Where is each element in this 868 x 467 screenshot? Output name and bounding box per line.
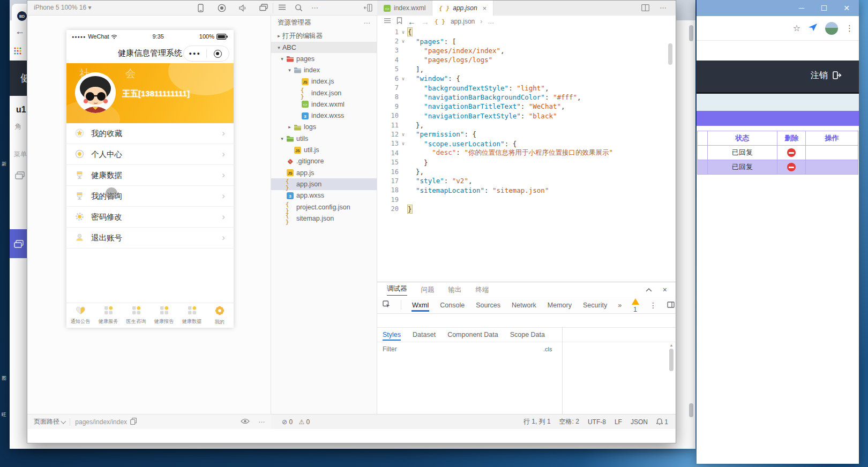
sidebar-tab-styles[interactable]: Styles — [383, 329, 401, 341]
outline-list-icon[interactable] — [278, 4, 287, 12]
inspector-tab-memory[interactable]: Memory — [547, 302, 572, 309]
multi-window-icon[interactable] — [259, 4, 268, 12]
debugger-tab-item[interactable]: 终端 — [476, 285, 489, 295]
tab-index-wxml[interactable]: <> index.wxml — [377, 1, 432, 16]
fold-region-icon[interactable]: ∨ — [399, 141, 408, 146]
back-arrow-icon[interactable]: ← — [15, 26, 25, 37]
breadcrumb-more[interactable]: … — [488, 18, 494, 25]
collapse-panel-icon[interactable] — [646, 286, 652, 293]
visibility-icon[interactable] — [241, 418, 250, 426]
encoding[interactable]: UTF-8 — [588, 418, 606, 426]
logout-link[interactable]: 注销 — [811, 70, 828, 81]
copy-path-icon[interactable] — [130, 418, 137, 426]
search-icon[interactable] — [295, 4, 303, 12]
gutter-menu-icon[interactable] — [384, 18, 391, 25]
browser-extension-icon[interactable] — [808, 23, 818, 33]
close-button[interactable]: ✕ — [837, 0, 856, 16]
bookmark-icon[interactable] — [396, 17, 402, 26]
debugger-tab-item[interactable]: 输出 — [448, 285, 462, 295]
dock-side-icon[interactable] — [667, 302, 679, 310]
fold-region-icon[interactable]: ∨ — [399, 39, 408, 44]
menu-item[interactable]: 密码修改› — [66, 207, 234, 228]
delete-cell[interactable] — [777, 146, 806, 160]
file-tree-item[interactable]: 3index.wxss — [271, 110, 377, 121]
breadcrumb-file[interactable]: app.json — [451, 18, 475, 25]
file-tree-item[interactable]: JSindex.js — [271, 76, 377, 87]
file-tree-item[interactable]: ▸logs — [271, 122, 377, 133]
overflow-tabs-icon[interactable]: » — [618, 302, 622, 309]
filter-input[interactable] — [381, 345, 539, 353]
more-menu-button[interactable]: ●●● — [184, 51, 206, 56]
tabbar-item-inactive[interactable]: 健康报告 — [150, 303, 178, 328]
open-editors-section[interactable]: ▸ 打开的编辑器 — [271, 30, 377, 42]
styles-scrollbar[interactable]: ▲ ▼ — [669, 343, 674, 425]
file-tree-item[interactable]: <>index.wxml — [271, 99, 377, 110]
nav-back-icon[interactable]: ← — [408, 17, 416, 26]
cls-toggle-button[interactable]: .cls — [543, 346, 552, 352]
file-tree-item[interactable]: JSapp.js — [271, 167, 377, 178]
logout-icon[interactable] — [833, 71, 842, 81]
table-header-0[interactable]: 状态 — [707, 131, 777, 146]
file-tree-item[interactable]: { }sitemap.json — [271, 213, 377, 224]
file-tree-item[interactable]: JSutil.js — [271, 144, 377, 155]
fold-region-icon[interactable]: ∨ — [399, 76, 408, 81]
menu-item[interactable]: 我的收藏› — [66, 123, 234, 144]
delete-icon[interactable] — [787, 163, 796, 171]
maximize-button[interactable]: ☐ — [815, 0, 833, 16]
problems-indicator[interactable]: ⊘ 0 ⚠ 0 — [271, 418, 310, 426]
collapse-sidebar-icon[interactable] — [364, 4, 372, 12]
warning-counter[interactable]: 1 — [632, 298, 639, 313]
file-tree-item[interactable]: .gitignore — [271, 156, 377, 167]
file-tree-item[interactable]: ▾index — [271, 64, 377, 76]
menu-item[interactable]: 个人中心› — [66, 144, 234, 165]
sidebar-tab-component-data[interactable]: Component Data — [447, 331, 498, 338]
table-header-1[interactable]: 删除 — [777, 131, 806, 146]
delete-icon[interactable] — [787, 148, 796, 157]
table-header-2[interactable]: 操作 — [805, 131, 858, 146]
editor-scrollbar-thumb[interactable] — [668, 43, 672, 65]
split-editor-icon[interactable] — [641, 4, 650, 13]
sidebar-tab-scope-data[interactable]: Scope Data — [510, 331, 545, 338]
code-editor[interactable]: 1∨{2∨ "pages": [3 "pages/index/index",4 … — [377, 27, 676, 282]
inspector-tab-security[interactable]: Security — [582, 302, 608, 309]
tabbar-item-inactive[interactable]: 医生咨询 — [122, 303, 150, 328]
file-tree-item[interactable]: { }index.json — [271, 87, 377, 99]
mute-icon[interactable] — [238, 4, 247, 12]
menu-item[interactable]: 我的咨询› — [66, 186, 234, 207]
menu-item[interactable]: 健康数据› — [66, 165, 234, 186]
delete-cell[interactable] — [777, 160, 806, 175]
inspect-element-icon[interactable] — [383, 300, 391, 310]
debugger-tab-active[interactable]: 调试器 — [387, 284, 407, 296]
file-tree-item[interactable]: ▾pages — [271, 53, 377, 64]
debugger-tab-item[interactable]: 问题 — [421, 285, 435, 295]
fold-region-icon[interactable]: ∨ — [399, 29, 408, 35]
tabbar-item-active[interactable]: 我的 — [206, 303, 234, 328]
sidebar-item-active[interactable] — [10, 229, 28, 258]
indentation[interactable]: 空格: 2 — [559, 417, 579, 426]
scrollbar-thumb[interactable] — [669, 349, 674, 371]
file-tree-item[interactable]: { }project.config.json — [271, 201, 377, 213]
inspector-tab-sources[interactable]: Sources — [475, 302, 501, 309]
profile-avatar[interactable] — [825, 22, 838, 35]
browser-menu-icon[interactable]: ⋮ — [845, 24, 854, 33]
footer-more-icon[interactable]: ⋯ — [258, 418, 265, 426]
close-tab-icon[interactable]: × — [483, 4, 487, 12]
scrollbar-thumb[interactable] — [689, 403, 693, 417]
toolbar-more-icon[interactable]: ⋯ — [311, 4, 320, 12]
tabbar-item-inactive[interactable]: 通知公告 — [66, 303, 94, 328]
user-avatar[interactable] — [75, 72, 116, 113]
nav-forward-icon[interactable]: → — [421, 17, 429, 26]
tabbar-item-inactive[interactable]: 健康数据 — [178, 303, 206, 328]
file-tree-item[interactable]: { }app.json — [271, 178, 377, 190]
eol-sequence[interactable]: LF — [615, 418, 622, 426]
inspector-tab-wxml[interactable]: Wxml — [411, 299, 429, 312]
cursor-position[interactable]: 行 1, 列 1 — [523, 417, 551, 426]
devtools-menu-icon[interactable]: ⋮ — [649, 301, 657, 310]
compile-stop-icon[interactable] — [218, 4, 226, 12]
tab-app-json[interactable]: { } app.json × — [432, 1, 493, 16]
editor-more-icon[interactable]: ⋯ — [660, 4, 668, 12]
page-path-selector[interactable]: 页面路径 — [34, 417, 65, 426]
explorer-more-icon[interactable]: ⋯ — [364, 19, 371, 27]
tabbar-item-inactive[interactable]: 健康服务 — [94, 303, 122, 328]
minimize-button[interactable]: ─ — [792, 0, 811, 16]
